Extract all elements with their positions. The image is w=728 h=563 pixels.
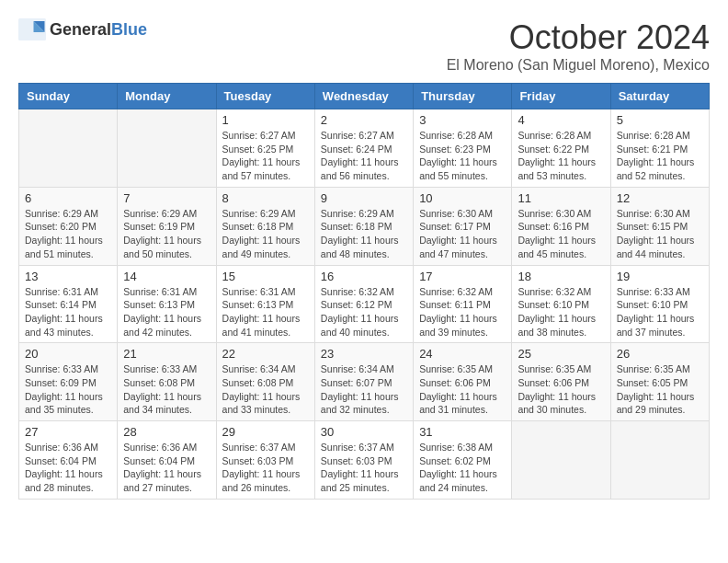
day-of-week-header: Monday bbox=[118, 84, 216, 109]
calendar-day-cell: 22Sunrise: 6:34 AM Sunset: 6:08 PM Dayli… bbox=[216, 343, 314, 421]
day-number: 26 bbox=[617, 347, 703, 361]
day-of-week-header: Saturday bbox=[610, 84, 709, 109]
day-info: Sunrise: 6:27 AM Sunset: 6:24 PM Dayligh… bbox=[321, 129, 407, 183]
day-info: Sunrise: 6:32 AM Sunset: 6:10 PM Dayligh… bbox=[518, 285, 604, 339]
calendar-week-row: 20Sunrise: 6:33 AM Sunset: 6:09 PM Dayli… bbox=[19, 343, 710, 421]
calendar-day-cell: 28Sunrise: 6:36 AM Sunset: 6:04 PM Dayli… bbox=[118, 421, 216, 500]
day-info: Sunrise: 6:37 AM Sunset: 6:03 PM Dayligh… bbox=[222, 441, 309, 495]
day-info: Sunrise: 6:33 AM Sunset: 6:09 PM Dayligh… bbox=[25, 362, 111, 417]
day-number: 15 bbox=[222, 270, 309, 283]
logo: GeneralBlue bbox=[18, 18, 147, 40]
day-number: 29 bbox=[222, 425, 309, 439]
day-number: 11 bbox=[518, 191, 604, 205]
calendar-day-cell: 31Sunrise: 6:38 AM Sunset: 6:02 PM Dayli… bbox=[414, 421, 512, 500]
day-number: 12 bbox=[617, 191, 703, 205]
day-info: Sunrise: 6:31 AM Sunset: 6:13 PM Dayligh… bbox=[123, 285, 210, 339]
calendar-week-row: 27Sunrise: 6:36 AM Sunset: 6:04 PM Dayli… bbox=[19, 421, 710, 500]
day-number: 1 bbox=[222, 113, 309, 127]
day-of-week-header: Thursday bbox=[414, 84, 512, 109]
day-info: Sunrise: 6:36 AM Sunset: 6:04 PM Dayligh… bbox=[25, 441, 111, 495]
calendar-day-cell: 12Sunrise: 6:30 AM Sunset: 6:15 PM Dayli… bbox=[610, 187, 709, 265]
calendar-day-cell: 25Sunrise: 6:35 AM Sunset: 6:06 PM Dayli… bbox=[512, 343, 610, 421]
title-block: October 2024 El Moreno (San Miguel Moren… bbox=[447, 18, 710, 74]
day-number: 5 bbox=[617, 113, 703, 127]
logo-general: General bbox=[50, 20, 111, 39]
calendar-week-row: 13Sunrise: 6:31 AM Sunset: 6:14 PM Dayli… bbox=[19, 265, 710, 343]
calendar-day-cell: 27Sunrise: 6:36 AM Sunset: 6:04 PM Dayli… bbox=[19, 421, 118, 500]
day-number: 31 bbox=[419, 425, 506, 439]
logo-blue: Blue bbox=[111, 20, 147, 39]
day-number: 28 bbox=[123, 425, 210, 439]
calendar-day-cell: 6Sunrise: 6:29 AM Sunset: 6:20 PM Daylig… bbox=[19, 187, 118, 265]
calendar-day-cell: 16Sunrise: 6:32 AM Sunset: 6:12 PM Dayli… bbox=[314, 265, 413, 343]
day-info: Sunrise: 6:37 AM Sunset: 6:03 PM Dayligh… bbox=[321, 441, 407, 495]
day-number: 27 bbox=[25, 425, 111, 439]
calendar-day-cell: 21Sunrise: 6:33 AM Sunset: 6:08 PM Dayli… bbox=[118, 343, 216, 421]
day-number: 30 bbox=[321, 425, 407, 439]
day-of-week-header: Wednesday bbox=[314, 84, 413, 109]
calendar-day-cell: 2Sunrise: 6:27 AM Sunset: 6:24 PM Daylig… bbox=[314, 109, 413, 188]
calendar-day-cell: 24Sunrise: 6:35 AM Sunset: 6:06 PM Dayli… bbox=[414, 343, 512, 421]
day-number: 14 bbox=[123, 270, 210, 283]
calendar-day-cell: 3Sunrise: 6:28 AM Sunset: 6:23 PM Daylig… bbox=[414, 109, 512, 188]
logo-text: GeneralBlue bbox=[50, 20, 147, 40]
day-info: Sunrise: 6:30 AM Sunset: 6:15 PM Dayligh… bbox=[617, 207, 703, 261]
calendar-day-cell: 30Sunrise: 6:37 AM Sunset: 6:03 PM Dayli… bbox=[314, 421, 413, 500]
day-info: Sunrise: 6:29 AM Sunset: 6:20 PM Dayligh… bbox=[25, 207, 111, 261]
day-info: Sunrise: 6:32 AM Sunset: 6:12 PM Dayligh… bbox=[321, 285, 407, 339]
day-number: 20 bbox=[25, 347, 111, 361]
day-number: 13 bbox=[25, 270, 111, 283]
calendar-day-cell: 8Sunrise: 6:29 AM Sunset: 6:18 PM Daylig… bbox=[216, 187, 314, 265]
day-info: Sunrise: 6:34 AM Sunset: 6:08 PM Dayligh… bbox=[222, 362, 309, 417]
calendar-day-cell: 1Sunrise: 6:27 AM Sunset: 6:25 PM Daylig… bbox=[216, 109, 314, 188]
day-number: 21 bbox=[123, 347, 210, 361]
day-of-week-header: Tuesday bbox=[216, 84, 314, 109]
day-number: 4 bbox=[518, 113, 604, 127]
day-info: Sunrise: 6:35 AM Sunset: 6:05 PM Dayligh… bbox=[617, 362, 703, 417]
calendar-day-cell: 14Sunrise: 6:31 AM Sunset: 6:13 PM Dayli… bbox=[118, 265, 216, 343]
day-info: Sunrise: 6:29 AM Sunset: 6:18 PM Dayligh… bbox=[321, 207, 407, 261]
calendar-week-row: 1Sunrise: 6:27 AM Sunset: 6:25 PM Daylig… bbox=[19, 109, 710, 188]
day-info: Sunrise: 6:35 AM Sunset: 6:06 PM Dayligh… bbox=[419, 362, 506, 417]
day-info: Sunrise: 6:29 AM Sunset: 6:19 PM Dayligh… bbox=[123, 207, 210, 261]
calendar-day-cell: 10Sunrise: 6:30 AM Sunset: 6:17 PM Dayli… bbox=[414, 187, 512, 265]
day-number: 24 bbox=[419, 347, 506, 361]
location-title: El Moreno (San Miguel Moreno), Mexico bbox=[447, 57, 710, 74]
calendar-header-row: SundayMondayTuesdayWednesdayThursdayFrid… bbox=[19, 84, 710, 109]
calendar-day-cell bbox=[512, 421, 610, 500]
day-info: Sunrise: 6:28 AM Sunset: 6:22 PM Dayligh… bbox=[518, 129, 604, 183]
day-number: 25 bbox=[518, 347, 604, 361]
calendar-day-cell: 20Sunrise: 6:33 AM Sunset: 6:09 PM Dayli… bbox=[19, 343, 118, 421]
day-info: Sunrise: 6:33 AM Sunset: 6:08 PM Dayligh… bbox=[123, 362, 210, 417]
calendar-day-cell: 4Sunrise: 6:28 AM Sunset: 6:22 PM Daylig… bbox=[512, 109, 610, 188]
calendar-day-cell bbox=[118, 109, 216, 188]
calendar-day-cell: 19Sunrise: 6:33 AM Sunset: 6:10 PM Dayli… bbox=[610, 265, 709, 343]
day-info: Sunrise: 6:28 AM Sunset: 6:21 PM Dayligh… bbox=[617, 129, 703, 183]
day-of-week-header: Friday bbox=[512, 84, 610, 109]
logo-icon bbox=[18, 18, 46, 40]
day-number: 16 bbox=[321, 270, 407, 283]
day-number: 22 bbox=[222, 347, 309, 361]
day-info: Sunrise: 6:34 AM Sunset: 6:07 PM Dayligh… bbox=[321, 362, 407, 417]
calendar-day-cell: 5Sunrise: 6:28 AM Sunset: 6:21 PM Daylig… bbox=[610, 109, 709, 188]
day-number: 9 bbox=[321, 191, 407, 205]
day-info: Sunrise: 6:32 AM Sunset: 6:11 PM Dayligh… bbox=[419, 285, 506, 339]
calendar-day-cell: 26Sunrise: 6:35 AM Sunset: 6:05 PM Dayli… bbox=[610, 343, 709, 421]
calendar-day-cell: 29Sunrise: 6:37 AM Sunset: 6:03 PM Dayli… bbox=[216, 421, 314, 500]
day-info: Sunrise: 6:30 AM Sunset: 6:16 PM Dayligh… bbox=[518, 207, 604, 261]
day-number: 18 bbox=[518, 270, 604, 283]
day-number: 3 bbox=[419, 113, 506, 127]
calendar-week-row: 6Sunrise: 6:29 AM Sunset: 6:20 PM Daylig… bbox=[19, 187, 710, 265]
day-number: 7 bbox=[123, 191, 210, 205]
day-number: 19 bbox=[617, 270, 703, 283]
day-info: Sunrise: 6:31 AM Sunset: 6:13 PM Dayligh… bbox=[222, 285, 309, 339]
day-number: 2 bbox=[321, 113, 407, 127]
calendar-day-cell: 23Sunrise: 6:34 AM Sunset: 6:07 PM Dayli… bbox=[314, 343, 413, 421]
calendar-day-cell: 17Sunrise: 6:32 AM Sunset: 6:11 PM Dayli… bbox=[414, 265, 512, 343]
calendar-day-cell: 18Sunrise: 6:32 AM Sunset: 6:10 PM Dayli… bbox=[512, 265, 610, 343]
day-number: 23 bbox=[321, 347, 407, 361]
day-info: Sunrise: 6:38 AM Sunset: 6:02 PM Dayligh… bbox=[419, 441, 506, 495]
month-title: October 2024 bbox=[447, 18, 710, 57]
day-info: Sunrise: 6:30 AM Sunset: 6:17 PM Dayligh… bbox=[419, 207, 506, 261]
day-number: 8 bbox=[222, 191, 309, 205]
